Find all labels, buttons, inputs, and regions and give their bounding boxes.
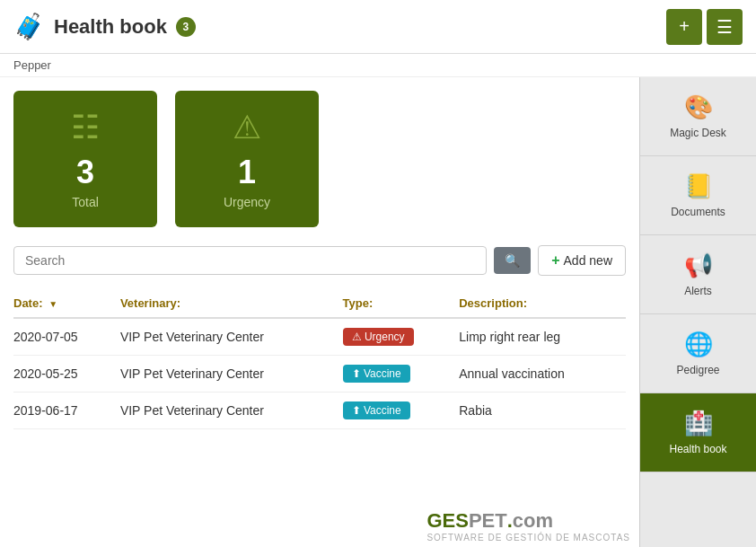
alerts-icon: 📢 — [684, 251, 713, 279]
brand-name-pet: PET — [469, 509, 507, 533]
sidebar-item-documents[interactable]: 📒 Documents — [640, 156, 756, 235]
sidebar-label-magic-desk: Magic Desk — [670, 127, 726, 139]
col-type[interactable]: Type: — [343, 289, 460, 318]
stat-total: ☷ 3 Total — [13, 91, 157, 227]
total-label: Total — [72, 195, 99, 209]
cell-date: 2019-06-17 — [13, 393, 120, 429]
cell-type: ⬆ Vaccine — [343, 356, 460, 393]
magic-desk-icon: 🎨 — [684, 93, 713, 121]
brand-footer: GES PET . com SOFTWARE DE GESTIÓN DE MAS… — [426, 509, 630, 543]
add-button[interactable]: + — [666, 9, 702, 45]
sidebar-label-pedigree: Pedigree — [676, 364, 719, 376]
vaccine-badge: ⬆ Vaccine — [343, 401, 410, 419]
urgency-icon: ⚠ — [233, 109, 261, 146]
cell-description: Annual vaccination — [459, 356, 626, 393]
cell-date: 2020-07-05 — [13, 318, 120, 356]
urgency-number: 1 — [238, 154, 256, 191]
add-new-button[interactable]: + Add new — [538, 245, 626, 276]
sidebar-item-magic-desk[interactable]: 🎨 Magic Desk — [640, 77, 756, 156]
brand-name-com: com — [513, 509, 553, 533]
cell-vet: VIP Pet Veterinary Center — [120, 393, 343, 429]
header-icon: 🧳 — [13, 12, 45, 41]
total-icon: ☷ — [71, 109, 100, 146]
header-title: Health book — [54, 15, 167, 39]
sidebar-item-health-book[interactable]: 🏥 Health book — [640, 393, 756, 472]
search-input[interactable] — [13, 246, 487, 275]
documents-icon: 📒 — [684, 172, 713, 200]
pet-name: Pepper — [0, 54, 756, 77]
sidebar-item-pedigree[interactable]: 🌐 Pedigree — [640, 314, 756, 393]
health-book-icon: 🏥 — [684, 410, 713, 437]
add-new-label: Add new — [564, 253, 612, 268]
total-number: 3 — [76, 154, 94, 191]
search-row: 🔍 + Add new — [13, 245, 626, 276]
urgency-label: Urgency — [224, 195, 270, 209]
stat-urgency: ⚠ 1 Urgency — [175, 91, 319, 227]
vaccine-badge: ⬆ Vaccine — [343, 365, 410, 383]
sidebar-label-health-book: Health book — [669, 443, 726, 455]
stats-row: ☷ 3 Total ⚠ 1 Urgency — [13, 91, 626, 227]
table-row: 2020-07-05VIP Pet Veterinary Center⚠ Urg… — [13, 318, 626, 356]
add-plus-icon: + — [551, 252, 559, 269]
brand-name-ges: GES — [426, 509, 468, 533]
cell-vet: VIP Pet Veterinary Center — [120, 318, 343, 356]
sidebar-label-documents: Documents — [671, 206, 725, 218]
table-row: 2019-06-17VIP Pet Veterinary Center⬆ Vac… — [13, 393, 626, 429]
sidebar-label-alerts: Alerts — [684, 285, 712, 297]
sidebar: 🎨 Magic Desk 📒 Documents 📢 Alerts 🌐 Pedi… — [639, 77, 756, 547]
col-desc[interactable]: Description: — [459, 289, 626, 318]
header: 🧳 Health book 3 + ☰ — [0, 0, 756, 54]
cell-vet: VIP Pet Veterinary Center — [120, 356, 343, 393]
cell-date: 2020-05-25 — [13, 356, 120, 393]
col-vet[interactable]: Veterinary: — [120, 289, 343, 318]
search-button[interactable]: 🔍 — [494, 247, 531, 274]
menu-button[interactable]: ☰ — [707, 9, 743, 45]
header-badge: 3 — [176, 17, 196, 37]
pedigree-icon: 🌐 — [684, 331, 713, 358]
cell-type: ⬆ Vaccine — [343, 393, 460, 429]
brand-tagline: SOFTWARE DE GESTIÓN DE MASCOTAS — [426, 533, 630, 543]
cell-type: ⚠ Urgency — [343, 318, 460, 356]
sort-arrow-icon: ▼ — [48, 299, 57, 309]
cell-description: Limp right rear leg — [459, 318, 626, 356]
sidebar-item-alerts[interactable]: 📢 Alerts — [640, 235, 756, 314]
urgency-badge: ⚠ Urgency — [343, 328, 414, 346]
records-table: Date: ▼ Veterinary: Type: Description: 2… — [13, 289, 626, 429]
table-row: 2020-05-25VIP Pet Veterinary Center⬆ Vac… — [13, 356, 626, 393]
cell-description: Rabia — [459, 393, 626, 429]
col-date[interactable]: Date: ▼ — [13, 289, 120, 318]
